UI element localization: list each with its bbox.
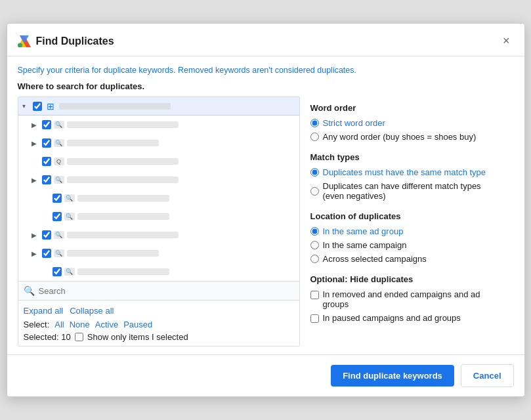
expand-icon: ▶ [32, 177, 39, 184]
dialog-footer: Find duplicate keywords Cancel [7, 354, 524, 396]
hide-removed-ended[interactable]: In removed and ended campaigns and ad gr… [310, 289, 503, 309]
select-active-button[interactable]: Active [95, 320, 118, 329]
expand-icon: ▶ [32, 121, 39, 129]
tree-row[interactable]: 🔍 [18, 262, 299, 281]
location-same-campaign[interactable]: In the same campaign [310, 240, 503, 250]
row-checkbox[interactable] [53, 194, 62, 203]
dialog-body: Specify your criteria for duplicate keyw… [7, 56, 524, 346]
location-title: Location of duplicates [310, 211, 503, 221]
mag-icon: 🔍 [54, 176, 64, 184]
search-icon: 🔍 [24, 285, 35, 296]
search-input[interactable] [39, 286, 294, 296]
show-only-selected-checkbox[interactable] [75, 333, 83, 341]
tree-row[interactable]: ▶ 🔍 [18, 226, 299, 244]
subtitle: Specify your criteria for duplicate keyw… [18, 66, 514, 75]
tree-area: ▾ ⊞ ▶ 🔍 ▶ [18, 97, 299, 281]
match-type-different[interactable]: Duplicates can have different match type… [310, 181, 503, 201]
cancel-button[interactable]: Cancel [461, 364, 514, 387]
expand-all-button[interactable]: Expand all [24, 306, 64, 316]
tree-row[interactable]: ▶ 🔍 [18, 134, 299, 152]
row-text-blurred [77, 268, 169, 275]
row-checkbox[interactable] [42, 138, 51, 148]
expand-icon: ▶ [32, 250, 39, 257]
find-duplicates-dialog: Find Duplicates × Specify your criteria … [7, 23, 525, 397]
select-row: Select: All None Active Paused [24, 320, 294, 329]
selected-row: Selected: 10 Show only items I selected [24, 332, 294, 342]
select-none-button[interactable]: None [70, 320, 90, 329]
word-order-any[interactable]: Any word order (buy shoes = shoes buy) [310, 132, 503, 142]
google-ads-logo [18, 35, 31, 47]
word-order-strict[interactable]: Strict word order [310, 118, 503, 128]
search-bar: 🔍 [18, 281, 299, 300]
word-order-group: Word order Strict word order Any word or… [310, 103, 503, 142]
row-text-blurred [67, 177, 179, 183]
row-checkbox[interactable] [53, 267, 62, 276]
dialog-title: Find Duplicates [18, 35, 114, 47]
expand-icon: ▾ [22, 102, 30, 110]
hide-removed-checkbox[interactable] [310, 291, 319, 299]
mag-icon: 🔍 [54, 249, 64, 257]
row-checkbox[interactable] [42, 230, 51, 240]
row-checkbox[interactable] [42, 120, 51, 129]
select-label: Select: [24, 320, 50, 329]
tree-row[interactable]: ▶ 🔍 [18, 244, 299, 262]
expand-icon: ▶ [32, 232, 39, 239]
tree-row[interactable]: Q [18, 152, 299, 171]
row-checkbox[interactable] [53, 212, 62, 221]
row-text-blurred [59, 103, 171, 110]
row-checkbox-top[interactable] [33, 102, 42, 111]
where-label: Where to search for duplicates. [18, 81, 514, 91]
row-text-blurred [67, 121, 179, 128]
match-types-title: Match types [310, 152, 503, 162]
mag-icon: 🔍 [54, 231, 64, 239]
right-panel: Word order Strict word order Any word or… [300, 96, 514, 346]
row-checkbox[interactable] [42, 175, 51, 184]
grid-icon: ⊞ [45, 102, 56, 111]
row-text-blurred [77, 213, 169, 220]
selected-count: Selected: 10 [24, 332, 71, 342]
hide-duplicates-title: Optional: Hide duplicates [310, 274, 503, 284]
location-across-campaigns[interactable]: Across selected campaigns [310, 254, 503, 264]
expand-collapse-row: Expand all Collapse all [24, 306, 294, 316]
mag-icon: 🔍 [54, 121, 64, 129]
tree-row[interactable]: 🔍 [18, 189, 299, 207]
tree-row[interactable]: ▶ 🔍 [18, 116, 299, 134]
location-same-group[interactable]: In the same ad group [310, 226, 503, 236]
tree-row[interactable]: 🔍 [18, 207, 299, 226]
select-paused-button[interactable]: Paused [123, 320, 152, 329]
row-text-blurred [67, 232, 179, 238]
tree-actions: Expand all Collapse all Select: All None… [18, 300, 299, 346]
mag-icon: 🔍 [64, 268, 75, 276]
mag-icon: Q [54, 158, 64, 165]
hide-paused-checkbox[interactable] [310, 314, 319, 323]
match-type-same[interactable]: Duplicates must have the same match type [310, 167, 503, 177]
row-text-blurred [67, 158, 179, 165]
row-text-blurred [77, 195, 169, 201]
expand-icon: ▶ [32, 140, 39, 147]
close-button[interactable]: × [499, 33, 514, 49]
word-order-title: Word order [310, 103, 503, 113]
collapse-all-button[interactable]: Collapse all [70, 306, 114, 316]
select-all-button[interactable]: All [54, 320, 64, 329]
dialog-content: ▾ ⊞ ▶ 🔍 ▶ [18, 96, 514, 346]
row-checkbox[interactable] [42, 249, 51, 258]
hide-duplicates-group: Optional: Hide duplicates In removed and… [310, 274, 503, 323]
dialog-header: Find Duplicates × [7, 24, 524, 56]
tree-row[interactable]: ▾ ⊞ [18, 97, 299, 116]
row-text-blurred [67, 250, 159, 257]
tree-row[interactable]: ▶ 🔍 [18, 171, 299, 189]
mag-icon: 🔍 [64, 194, 75, 202]
mag-icon: 🔍 [54, 139, 64, 147]
find-duplicates-button[interactable]: Find duplicate keywords [331, 365, 454, 387]
match-types-group: Match types Duplicates must have the sam… [310, 152, 503, 201]
show-only-label: Show only items I selected [87, 332, 188, 342]
left-panel: ▾ ⊞ ▶ 🔍 ▶ [18, 96, 300, 346]
mag-icon: 🔍 [64, 213, 75, 220]
location-group: Location of duplicates In the same ad gr… [310, 211, 503, 264]
row-checkbox[interactable] [42, 157, 51, 166]
hide-paused[interactable]: In paused campaigns and ad groups [310, 313, 503, 323]
row-text-blurred [67, 140, 159, 146]
